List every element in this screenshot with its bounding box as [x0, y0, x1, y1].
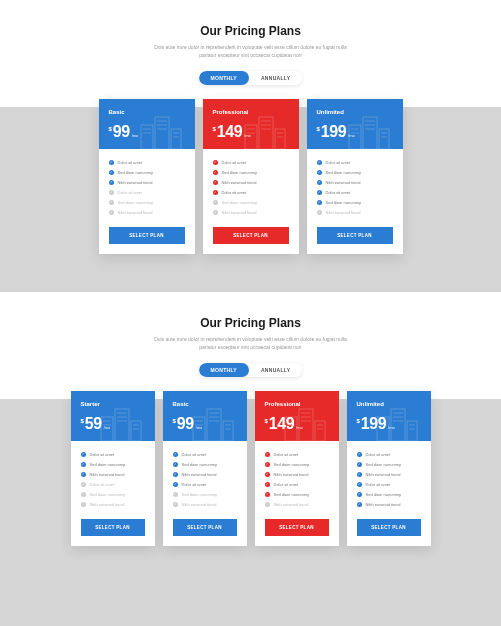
- check-icon: [109, 190, 114, 195]
- pricing-card: Starter $ 59 /mo Dolor sit ametSed diam …: [71, 391, 155, 546]
- billing-toggle: MONTHLY ANNUALLY: [0, 363, 501, 377]
- feature-item: Nibh euismod tincid: [213, 177, 289, 187]
- feature-item: Sed diam nonummy: [109, 197, 185, 207]
- check-icon: [173, 482, 178, 487]
- feature-item: Nibh euismod tincid: [173, 499, 237, 509]
- svg-rect-52: [315, 421, 325, 441]
- card-header: Basic $ 99 /mo: [99, 99, 195, 149]
- feature-text: Sed diam nonummy: [90, 492, 126, 497]
- check-icon: [213, 200, 218, 205]
- check-icon: [81, 472, 86, 477]
- check-icon: [173, 462, 178, 467]
- feature-text: Sed diam nonummy: [366, 462, 402, 467]
- svg-rect-32: [131, 421, 141, 441]
- feature-text: Sed diam nonummy: [90, 462, 126, 467]
- pricing-card: Professional $ 149 /mo Dolor sit ametSed…: [203, 99, 299, 254]
- feature-text: Dolor sit amet: [366, 482, 391, 487]
- select-plan-button[interactable]: SELECT PLAN: [109, 227, 185, 244]
- check-icon: [265, 462, 270, 467]
- feature-item: Nibh euismod tincid: [81, 499, 145, 509]
- pricing-cards-row: Starter $ 59 /mo Dolor sit ametSed diam …: [0, 391, 501, 546]
- currency: $: [173, 418, 176, 424]
- feature-text: Dolor sit amet: [90, 452, 115, 457]
- feature-item: Dolor sit amet: [81, 479, 145, 489]
- card-header: Starter $ 59 /mo: [71, 391, 155, 441]
- feature-item: Dolor sit amet: [265, 479, 329, 489]
- currency: $: [81, 418, 84, 424]
- check-icon: [173, 502, 178, 507]
- feature-item: Dolor sit amet: [357, 479, 421, 489]
- feature-item: Nibh euismod tincid: [173, 469, 237, 479]
- feature-text: Nibh euismod tincid: [366, 502, 401, 507]
- select-plan-button[interactable]: SELECT PLAN: [173, 519, 237, 536]
- feature-item: Nibh euismod tincid: [357, 469, 421, 479]
- check-icon: [265, 482, 270, 487]
- svg-rect-42: [223, 421, 233, 441]
- feature-text: Dolor sit amet: [222, 190, 247, 195]
- check-icon: [265, 492, 270, 497]
- select-plan-button[interactable]: SELECT PLAN: [81, 519, 145, 536]
- check-icon: [81, 462, 86, 467]
- feature-text: Nibh euismod tincid: [326, 210, 361, 215]
- svg-rect-51: [299, 409, 313, 441]
- select-plan-button[interactable]: SELECT PLAN: [317, 227, 393, 244]
- feature-item: Nibh euismod tincid: [265, 469, 329, 479]
- check-icon: [213, 190, 218, 195]
- toggle-annually[interactable]: ANNUALLY: [249, 363, 302, 377]
- svg-rect-1: [155, 117, 169, 149]
- toggle-annually[interactable]: ANNUALLY: [249, 71, 302, 85]
- feature-text: Sed diam nonummy: [182, 462, 218, 467]
- check-icon: [81, 502, 86, 507]
- check-icon: [317, 200, 322, 205]
- section-subtitle: Duis aute irure dolor in reprehenderit i…: [146, 336, 356, 351]
- check-icon: [265, 502, 270, 507]
- svg-rect-21: [363, 117, 377, 149]
- svg-rect-22: [379, 129, 389, 149]
- check-icon: [173, 472, 178, 477]
- check-icon: [357, 452, 362, 457]
- svg-rect-12: [275, 129, 285, 149]
- check-icon: [213, 180, 218, 185]
- feature-item: Nibh euismod tincid: [357, 499, 421, 509]
- feature-text: Sed diam nonummy: [326, 170, 362, 175]
- currency: $: [317, 126, 320, 132]
- cards-backdrop: Starter $ 59 /mo Dolor sit ametSed diam …: [0, 399, 501, 584]
- feature-item: Nibh euismod tincid: [317, 207, 393, 217]
- feature-item: Sed diam nonummy: [317, 167, 393, 177]
- pricing-card: Professional $ 149 /mo Dolor sit ametSed…: [255, 391, 339, 546]
- check-icon: [357, 462, 362, 467]
- check-icon: [357, 492, 362, 497]
- buildings-icon: [95, 401, 155, 441]
- card-header: Basic $ 99 /mo: [163, 391, 247, 441]
- check-icon: [317, 170, 322, 175]
- feature-item: Sed diam nonummy: [213, 197, 289, 207]
- feature-text: Nibh euismod tincid: [182, 472, 217, 477]
- select-plan-button[interactable]: SELECT PLAN: [357, 519, 421, 536]
- svg-rect-31: [115, 409, 129, 441]
- feature-text: Nibh euismod tincid: [90, 502, 125, 507]
- feature-text: Dolor sit amet: [182, 452, 207, 457]
- card-header: Unlimited $ 199 /mo: [347, 391, 431, 441]
- svg-rect-2: [171, 129, 181, 149]
- check-icon: [317, 180, 322, 185]
- feature-item: Dolor sit amet: [81, 449, 145, 459]
- feature-text: Dolor sit amet: [326, 190, 351, 195]
- check-icon: [317, 190, 322, 195]
- feature-item: Dolor sit amet: [173, 479, 237, 489]
- feature-text: Dolor sit amet: [90, 482, 115, 487]
- feature-list: Dolor sit ametSed diam nonummyNibh euism…: [307, 149, 403, 227]
- toggle-pill: MONTHLY ANNUALLY: [199, 71, 303, 85]
- currency: $: [357, 418, 360, 424]
- feature-item: Dolor sit amet: [317, 187, 393, 197]
- select-plan-button[interactable]: SELECT PLAN: [265, 519, 329, 536]
- feature-text: Dolor sit amet: [222, 160, 247, 165]
- check-icon: [109, 180, 114, 185]
- check-icon: [357, 502, 362, 507]
- buildings-icon: [371, 401, 431, 441]
- feature-list: Dolor sit ametSed diam nonummyNibh euism…: [347, 441, 431, 519]
- feature-text: Dolor sit amet: [182, 482, 207, 487]
- toggle-monthly[interactable]: MONTHLY: [199, 363, 249, 377]
- toggle-monthly[interactable]: MONTHLY: [199, 71, 249, 85]
- buildings-icon: [187, 401, 247, 441]
- select-plan-button[interactable]: SELECT PLAN: [213, 227, 289, 244]
